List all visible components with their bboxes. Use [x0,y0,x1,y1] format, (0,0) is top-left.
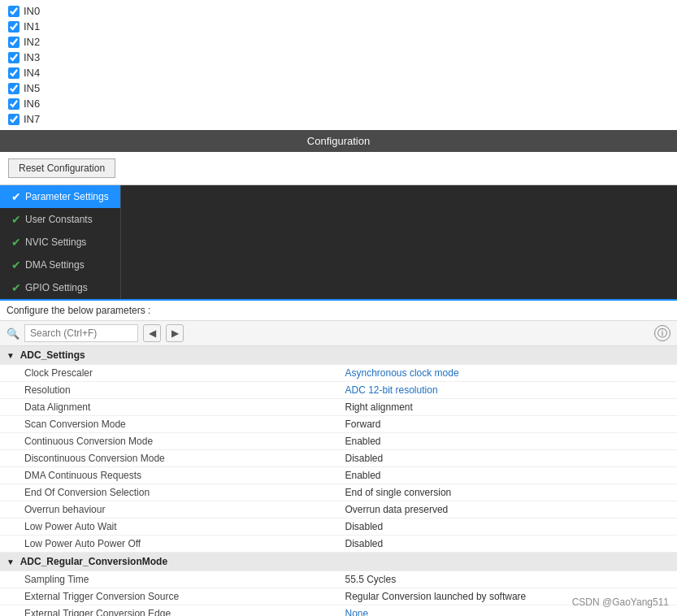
param-name-cell: Data Alignment [0,399,339,416]
checkbox-label-in2: IN2 [24,36,40,48]
tab-check-icon: ✔ [11,258,21,271]
table-row[interactable]: Low Power Auto Power OffDisabled [0,536,677,553]
checkbox-label-in3: IN3 [24,51,40,63]
checkbox-in5[interactable] [8,83,20,94]
param-value-cell: 55.5 Cycles [339,571,678,588]
navigate-next-button[interactable]: ▶ [166,324,184,342]
param-name-cell: Discontinuous Conversion Mode [0,450,339,467]
param-value-cell: Disabled [339,450,678,467]
param-name-cell: Continuous Conversion Mode [0,433,339,450]
param-value-cell: Disabled [339,518,678,536]
checkbox-item-in0[interactable]: IN0 [8,3,669,19]
parameters-table: ▼ ADC_SettingsClock PrescalerAsynchronou… [0,346,677,616]
tab-label: NVIC Settings [25,236,86,248]
param-name-cell: Overrun behaviour [0,501,339,518]
table-row[interactable]: End Of Conversion SelectionEnd of single… [0,484,677,501]
tab-label: User Constants [25,214,93,225]
search-bar: 🔍 ◀ ▶ ⓘ [0,321,677,346]
checkbox-label-in6: IN6 [24,98,40,110]
table-row[interactable]: Overrun behaviourOverrun data preserved [0,501,677,518]
param-name-cell: DMA Continuous Requests [0,467,339,484]
checkbox-item-in5[interactable]: IN5 [8,80,669,96]
tab-check-icon: ✔ [11,236,21,249]
checkbox-item-in3[interactable]: IN3 [8,50,669,65]
param-name-cell: Resolution [0,382,339,399]
group-chevron-icon: ▼ [7,351,17,360]
config-header: Configuration [0,130,677,152]
checkbox-label-in4: IN4 [24,67,40,79]
checkbox-label-in1: IN1 [24,20,40,33]
table-row[interactable]: Clock PrescalerAsynchronous clock mode [0,365,677,382]
tabs-bar: ✔Parameter Settings✔User Constants✔NVIC … [0,185,677,301]
reset-btn-bar: Reset Configuration [0,152,677,185]
tab-label: Parameter Settings [25,191,109,202]
tab-parameter-settings[interactable]: ✔Parameter Settings [0,185,121,208]
config-description: Configure the below parameters : [0,301,677,321]
checkbox-item-in6[interactable]: IN6 [8,96,669,111]
tab-user-constants[interactable]: ✔User Constants [0,208,121,231]
group-row-adc_regular_conversionmode[interactable]: ▼ ADC_Regular_ConversionMode [0,553,677,571]
checkbox-item-in2[interactable]: IN2 [8,34,669,50]
table-row[interactable]: Discontinuous Conversion ModeDisabled [0,450,677,467]
tab-check-icon: ✔ [11,213,21,226]
param-value-cell: End of single conversion [339,484,678,501]
param-value-cell: Enabled [339,433,678,450]
checkbox-in2[interactable] [8,37,20,48]
table-row[interactable]: DMA Continuous RequestsEnabled [0,467,677,484]
checkbox-in6[interactable] [8,98,20,110]
checkbox-in1[interactable] [8,21,20,33]
checkbox-item-in1[interactable]: IN1 [8,19,669,34]
checkbox-in7[interactable] [8,114,20,125]
info-button[interactable]: ⓘ [654,325,670,341]
checkbox-item-in7[interactable]: IN7 [8,111,669,127]
checkbox-in0[interactable] [8,6,20,17]
group-chevron-icon: ▼ [7,557,17,566]
param-name-cell: Clock Prescaler [0,365,339,382]
table-row[interactable]: Low Power Auto WaitDisabled [0,518,677,536]
tab-check-icon: ✔ [11,190,21,203]
param-name-cell: Sampling Time [0,571,339,588]
group-label: ADC_Regular_ConversionMode [20,556,167,567]
table-row[interactable]: Sampling Time55.5 Cycles [0,571,677,588]
config-header-label: Configuration [307,135,370,147]
param-value-cell: ADC 12-bit resolution [339,382,678,399]
param-value-cell: Asynchronous clock mode [339,365,678,382]
tab-label: DMA Settings [25,259,85,271]
param-name-cell: Low Power Auto Power Off [0,536,339,553]
param-name-cell: Scan Conversion Mode [0,416,339,433]
table-row[interactable]: Scan Conversion ModeForward [0,416,677,433]
tab-check-icon: ✔ [11,281,21,294]
search-icon: 🔍 [7,328,20,340]
watermark: CSDN @GaoYang511 [572,596,669,608]
group-label: ADC_Settings [20,349,85,361]
tab-label: GPIO Settings [25,282,88,293]
param-value-cell: Enabled [339,467,678,484]
checkbox-in3[interactable] [8,52,20,63]
tab-nvic-settings[interactable]: ✔NVIC Settings [0,231,121,254]
navigate-prev-button[interactable]: ◀ [143,324,161,342]
table-row[interactable]: ResolutionADC 12-bit resolution [0,382,677,399]
param-value-cell: Overrun data preserved [339,501,678,518]
checkbox-in4[interactable] [8,67,20,79]
param-name-cell: End Of Conversion Selection [0,484,339,501]
group-row-adc_settings[interactable]: ▼ ADC_Settings [0,346,677,365]
checkbox-label-in0: IN0 [24,5,40,17]
param-value-cell: Right alignment [339,399,678,416]
reset-configuration-button[interactable]: Reset Configuration [8,158,115,178]
param-value-cell: Disabled [339,536,678,553]
param-value-cell: Forward [339,416,678,433]
checkbox-label-in7: IN7 [24,113,40,125]
param-name-cell: Low Power Auto Wait [0,518,339,536]
param-name-cell: External Trigger Conversion Source [0,588,339,605]
search-input[interactable] [24,324,138,342]
table-row[interactable]: Data AlignmentRight alignment [0,399,677,416]
param-name-cell: External Trigger Conversion Edge [0,605,339,617]
tab-gpio-settings[interactable]: ✔GPIO Settings [0,276,121,299]
checkbox-section: IN0IN1IN2IN3IN4IN5IN6IN7 [0,0,677,130]
checkbox-label-in5: IN5 [24,82,40,94]
tab-dma-settings[interactable]: ✔DMA Settings [0,254,121,276]
table-row[interactable]: Continuous Conversion ModeEnabled [0,433,677,450]
checkbox-item-in4[interactable]: IN4 [8,65,669,80]
